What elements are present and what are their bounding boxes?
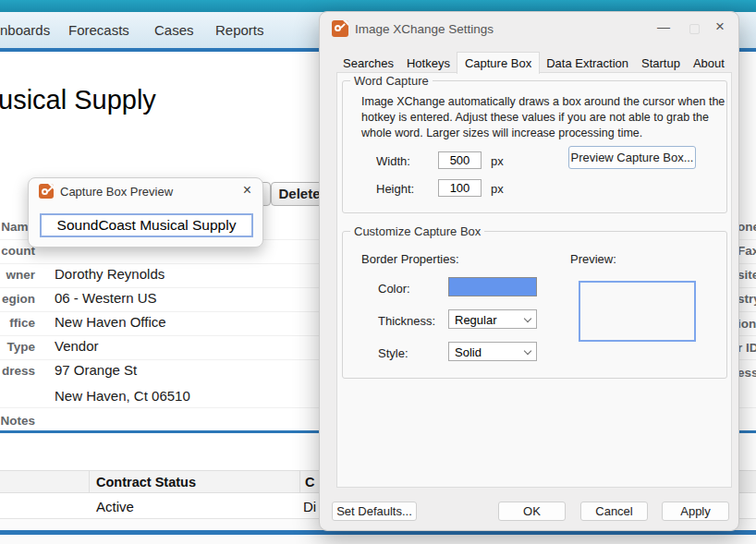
capture-box-preview-dialog: Capture Box Preview × SoundCoast Musical… xyxy=(28,177,263,248)
border-properties-label: Border Properties: xyxy=(361,252,459,266)
image-xchange-app-icon xyxy=(332,20,348,37)
bottom-margin xyxy=(0,535,756,544)
customize-capture-box-group: Customize Capture Box Border Properties:… xyxy=(342,231,727,379)
field-label-ess-partial: ess xyxy=(738,366,756,380)
preview-dialog-title: Capture Box Preview xyxy=(60,185,173,199)
field-value-region: 06 - Western US xyxy=(55,290,157,306)
capture-box-preview-rect xyxy=(579,281,696,342)
captured-text: SoundCoast Musical Supply xyxy=(57,217,237,234)
width-input[interactable] xyxy=(438,151,482,169)
style-dropdown[interactable]: Solid xyxy=(448,342,537,361)
preview-dialog-titlebar[interactable]: Capture Box Preview × xyxy=(29,178,262,204)
word-capture-group: Word Capture Image XChange automatically… xyxy=(342,80,727,213)
customize-legend: Customize Capture Box xyxy=(350,224,484,238)
dialog-title: Image XChange Settings xyxy=(355,22,494,36)
image-xchange-app-icon xyxy=(39,184,54,199)
field-label-ion-partial: ion xyxy=(738,317,756,331)
table-column-divider xyxy=(89,470,90,493)
column-header-contract-status[interactable]: Contract Status xyxy=(96,475,196,490)
chevron-down-icon xyxy=(524,315,531,322)
tab-capture-box[interactable]: Capture Box xyxy=(457,52,540,74)
cell-contract-status: Active xyxy=(96,499,134,514)
field-label-address: dress xyxy=(0,364,35,378)
cell-partial: Di xyxy=(303,499,316,514)
preview-label: Preview: xyxy=(570,252,616,266)
field-label-type: Type xyxy=(0,340,35,354)
settings-tab-strip: Searches Hotkeys Capture Box Data Extrac… xyxy=(336,54,731,73)
field-label-office: ffice xyxy=(0,316,35,330)
height-label: Height: xyxy=(376,182,414,196)
cancel-button[interactable]: Cancel xyxy=(580,502,648,521)
field-label-industry-partial: stry xyxy=(738,292,756,306)
field-label-website-partial: site xyxy=(738,268,756,282)
minimize-icon[interactable]: — xyxy=(657,19,670,34)
thickness-value: Regular xyxy=(455,313,497,327)
image-xchange-settings-dialog: Image XChange Settings — × Searches Hotk… xyxy=(319,11,739,531)
field-value-type: Vendor xyxy=(55,338,99,354)
ok-button[interactable]: OK xyxy=(498,502,566,521)
tab-hotkeys[interactable]: Hotkeys xyxy=(400,54,457,73)
chevron-down-icon xyxy=(524,347,531,355)
color-swatch[interactable] xyxy=(448,277,537,296)
thickness-dropdown[interactable]: Regular xyxy=(448,309,537,329)
nav-tab-reports[interactable]: Reports xyxy=(215,12,264,48)
field-label-notes: Notes xyxy=(0,414,35,428)
thickness-label: Thickness: xyxy=(378,314,435,328)
style-value: Solid xyxy=(455,345,482,359)
apply-button[interactable]: Apply xyxy=(662,502,729,521)
style-label: Style: xyxy=(378,346,408,360)
tab-data-extraction[interactable]: Data Extraction xyxy=(540,54,635,73)
height-unit: px xyxy=(491,182,504,196)
field-value-address: 97 Orange St xyxy=(55,362,137,378)
preview-capture-box-button[interactable]: Preview Capture Box... xyxy=(568,146,696,169)
close-icon[interactable]: × xyxy=(715,18,725,36)
column-header-partial[interactable]: C xyxy=(305,475,314,490)
field-label-phone-partial: one xyxy=(738,220,756,234)
nav-tab-dashboards[interactable]: nboards xyxy=(0,12,50,48)
field-value-owner: Dorothy Reynolds xyxy=(55,266,165,282)
height-input[interactable] xyxy=(438,179,482,197)
nav-tab-cases[interactable]: Cases xyxy=(154,12,194,48)
field-value-city: New Haven, Ct 06510 xyxy=(55,388,190,404)
width-unit: px xyxy=(491,154,504,168)
tab-about[interactable]: About xyxy=(687,54,731,73)
field-label-fax-partial: Fax xyxy=(738,244,756,258)
field-label-id-partial: r ID xyxy=(738,341,756,355)
width-label: Width: xyxy=(376,154,410,168)
close-icon[interactable]: × xyxy=(243,182,251,199)
capture-box-tab-page: Word Capture Image XChange automatically… xyxy=(336,72,732,488)
field-value-office: New Haven Office xyxy=(55,314,166,330)
field-label-owner: wner xyxy=(0,268,35,282)
nav-tab-forecasts[interactable]: Forecasts xyxy=(68,12,129,48)
tab-startup[interactable]: Startup xyxy=(635,54,687,73)
page-title: usical Supply xyxy=(0,85,156,115)
set-defaults-button[interactable]: Set Defaults... xyxy=(332,502,417,521)
screen: nboards Forecasts Cases Reports usical S… xyxy=(0,0,756,544)
capture-box-outline: SoundCoast Musical Supply xyxy=(40,213,253,237)
color-label: Color: xyxy=(378,282,410,296)
magnifier-handle xyxy=(340,23,346,29)
word-capture-legend: Word Capture xyxy=(350,74,433,88)
table-column-divider xyxy=(299,470,300,493)
field-label-region: egion xyxy=(0,292,35,306)
maximize-icon[interactable] xyxy=(689,24,700,34)
word-capture-description: Image XChange automatically draws a box … xyxy=(361,94,731,141)
tab-searches[interactable]: Searches xyxy=(336,54,400,73)
